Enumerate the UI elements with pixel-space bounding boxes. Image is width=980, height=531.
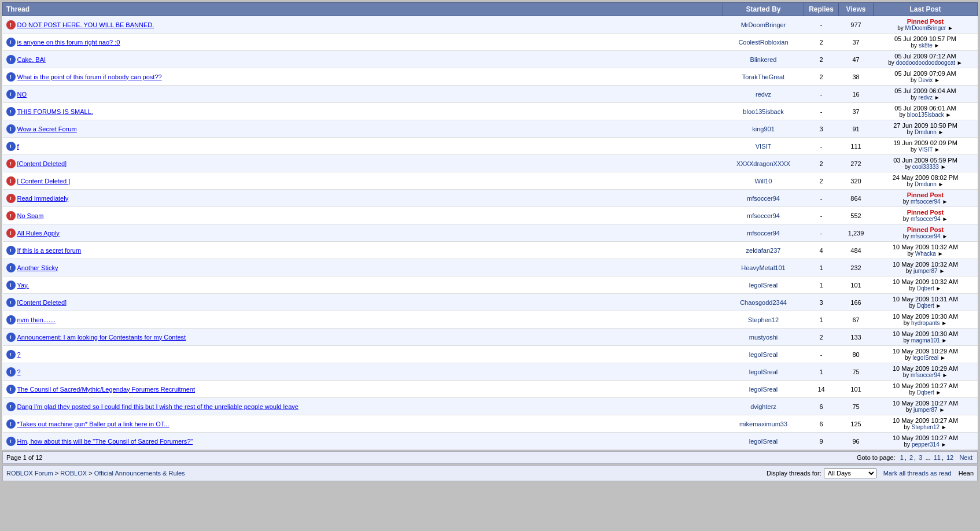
started-by-link[interactable]: mfsoccer94 (747, 212, 780, 219)
thread-title-link[interactable]: ? (17, 368, 21, 375)
thread-title-link[interactable]: DO NOT POST HERE. YOU WILL BE BANNED. (17, 21, 154, 28)
thread-title-link[interactable]: Read Immediately (17, 195, 69, 202)
replies-cell: - (804, 346, 839, 363)
started-by-link[interactable]: VISIT (756, 143, 772, 150)
started-by-link[interactable]: Blinkered (750, 56, 777, 63)
page-12-link[interactable]: 12 (946, 454, 953, 461)
started-by-link[interactable]: legoISreal (749, 351, 778, 358)
started-by-link[interactable]: mikemaximum33 (739, 421, 787, 427)
thread-title-link[interactable]: What is the point of this forum if nobod… (17, 73, 162, 80)
last-post-by-link[interactable]: mfsoccer94 (911, 198, 941, 205)
next-link[interactable]: Next (959, 454, 972, 461)
last-post-by-link[interactable]: mfsoccer94 (911, 216, 941, 222)
last-post-by-link[interactable]: Stephen12 (912, 424, 940, 430)
last-post-by-link[interactable]: MrDoomBringer (905, 25, 946, 31)
thread-title-link[interactable]: Dang I'm glad they posted so I could fin… (17, 403, 299, 410)
thread-icon: ! (6, 367, 16, 377)
started-by-link[interactable]: CoolestRobloxian (738, 39, 788, 46)
breadcrumb-roblox-forum[interactable]: ROBLOX Forum (6, 470, 53, 477)
started-by-link[interactable]: legoISreal (749, 282, 778, 289)
started-by-link[interactable]: dvighterz (750, 403, 776, 410)
mark-all-link[interactable]: Mark all threads as read (883, 470, 952, 477)
thread-title-link[interactable]: [Content Deleted] (17, 299, 67, 306)
started-by-link[interactable]: TorakTheGreat (742, 73, 784, 80)
started-by-link[interactable]: mfsoccer94 (747, 230, 780, 237)
started-by-link[interactable]: XXXXdragonXXXX (736, 160, 790, 167)
thread-title-link[interactable]: nvm then....... (17, 316, 56, 323)
started-by-link[interactable]: legoISreal (749, 368, 778, 375)
started-by-link[interactable]: Will10 (755, 178, 772, 185)
started-by-link[interactable]: bloo135isback (743, 108, 783, 115)
last-post-by-link[interactable]: Devix (918, 77, 933, 83)
table-row: ! *Takes out machine gun* Baller put a l… (3, 415, 978, 433)
thread-title-link[interactable]: [ Content Deleted ] (17, 178, 71, 185)
thread-title-link[interactable]: Announcement: I am looking for Contestan… (17, 334, 186, 341)
last-post-cell: 10 May 2009 10:32 AMby jumper87 ► (874, 259, 978, 276)
last-post-by-link[interactable]: Dqbert (917, 285, 934, 292)
thread-title-link[interactable]: [Content Deleted] (17, 160, 67, 167)
started-by-link[interactable]: mustyoshi (749, 334, 778, 341)
thread-title-link[interactable]: THIS FORUMS IS SMALL. (17, 108, 93, 115)
page-2-link[interactable]: 2 (909, 454, 913, 461)
replies-cell: 2 (804, 34, 839, 51)
thread-title-link[interactable]: All Rules Apply (17, 230, 60, 237)
thread-title-link[interactable]: ? (17, 351, 21, 358)
started-by-link[interactable]: MrDoomBringer (741, 21, 786, 28)
thread-title-cell: ! DO NOT POST HERE. YOU WILL BE BANNED. (3, 16, 723, 34)
started-by-link[interactable]: Stephen12 (748, 316, 779, 323)
thread-icon: ! (6, 176, 16, 186)
last-post-by-link[interactable]: Whacka (915, 250, 936, 257)
last-post-by-link[interactable]: hydropants (911, 320, 940, 326)
last-post-by-link[interactable]: redvz (919, 94, 933, 101)
thread-title-cell: ! Hm, how about this will be "The Counsi… (3, 433, 723, 450)
started-by-cell: mfsoccer94 (723, 224, 804, 242)
last-post-cell: 10 May 2009 10:29 AMby legoISreal ► (874, 346, 978, 363)
display-threads-select[interactable]: All Days Today Last 7 Days Last 30 Days (824, 468, 876, 478)
thread-title-link[interactable]: *Takes out machine gun* Baller put a lin… (17, 421, 170, 427)
thread-title-link[interactable]: f (17, 143, 19, 150)
page-1-link[interactable]: 1 (900, 454, 904, 461)
last-post-by-link[interactable]: Dmdunn (915, 129, 937, 135)
started-by-link[interactable]: HeavyMetal101 (741, 264, 785, 271)
views-cell: 552 (839, 207, 874, 224)
breadcrumb-roblox[interactable]: ROBLOX (60, 470, 87, 477)
page-11-link[interactable]: 11 (934, 454, 941, 461)
replies-cell: 14 (804, 381, 839, 398)
last-post-by-link[interactable]: Dmdunn (915, 181, 937, 187)
thread-title-link[interactable]: NO (17, 91, 27, 98)
last-post-by-link[interactable]: Dqbert (917, 389, 934, 396)
last-post-by-link[interactable]: pepper314 (912, 441, 940, 448)
started-by-link[interactable]: king901 (752, 126, 775, 132)
thread-title-link[interactable]: Cake. BAI (17, 56, 46, 63)
thread-title-link[interactable]: Hm, how about this will be "The Counsil … (17, 438, 193, 445)
last-post-by-link[interactable]: mfsoccer94 (911, 233, 941, 239)
thread-title-link[interactable]: Another Sticky (17, 264, 58, 271)
last-post-by-link[interactable]: bloo135isback (907, 112, 944, 118)
started-by-link[interactable]: zeldafan237 (746, 247, 781, 254)
thread-title-link[interactable]: The Counsil of Sacred/Mythic/Legenday Fo… (17, 386, 196, 393)
last-post-by-link[interactable]: cool33333 (912, 164, 939, 170)
last-post-by-link[interactable]: Dqbert (917, 303, 934, 309)
last-post-by-link[interactable]: jumper87 (913, 407, 938, 413)
thread-title-link[interactable]: Yay. (17, 282, 29, 289)
breadcrumb-official-announcements[interactable]: Official Announcements & Rules (94, 470, 185, 477)
last-post-by-link[interactable]: sk8te (919, 42, 933, 49)
started-by-link[interactable]: mfsoccer94 (747, 195, 780, 202)
last-post-by-link[interactable]: magma101 (911, 337, 940, 344)
last-post-by-link[interactable]: legoISreal (912, 355, 938, 361)
started-by-link[interactable]: legoISreal (749, 438, 778, 445)
last-post-by-link[interactable]: jumper87 (913, 268, 938, 274)
page-3-link[interactable]: 3 (919, 454, 922, 461)
table-row: ! [Content Deleted] Chaosgodd2344 3 166 … (3, 294, 978, 311)
started-by-link[interactable]: redvz (756, 91, 771, 98)
thread-title-link[interactable]: Wow a Secret Forum (17, 126, 77, 132)
thread-title-link[interactable]: is anyone on this forum right nao? :0 (17, 39, 120, 46)
started-by-link[interactable]: legoISreal (749, 386, 778, 393)
started-by-link[interactable]: Chaosgodd2344 (740, 299, 787, 306)
last-post-by-link[interactable]: doodoodoodoodoogcat (896, 60, 955, 66)
last-post-by-link[interactable]: mfsoccer94 (911, 372, 941, 378)
thread-title-cell: ! nvm then....... (3, 311, 723, 329)
last-post-by-link[interactable]: VISIT (918, 146, 933, 153)
thread-title-link[interactable]: No Spam (17, 212, 44, 219)
thread-title-link[interactable]: If this is a secret forum (17, 247, 82, 254)
